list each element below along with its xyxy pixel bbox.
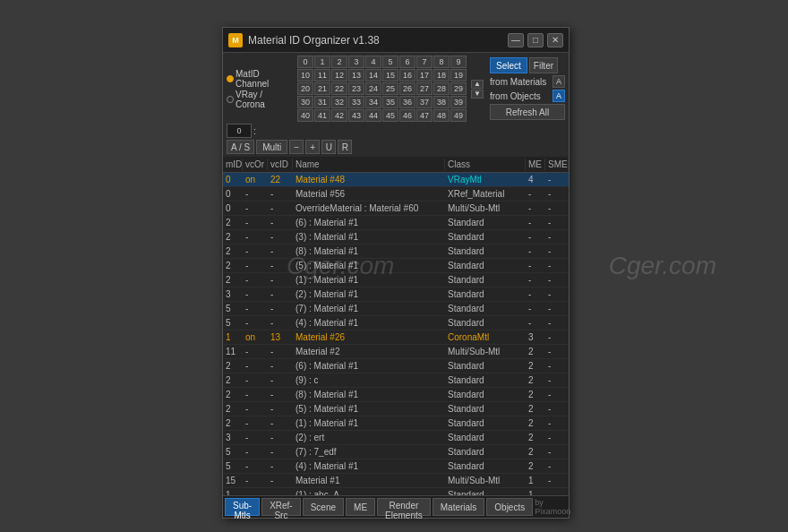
num-cell-39[interactable]: 39 [450,96,467,108]
num-cell-14[interactable]: 14 [365,69,381,82]
radio-vray[interactable]: VRay / Corona [227,90,291,109]
table-body[interactable]: 0 on 22 Material #48 VRayMtl 4 - 0 - - M… [223,173,569,495]
num-cell-18[interactable]: 18 [433,69,450,82]
num-cell-37[interactable]: 37 [416,96,433,108]
num-cell-9[interactable]: 9 [450,56,467,68]
from-objects-a[interactable]: A [552,90,565,102]
radio-matid[interactable]: MatID Channel [227,69,291,89]
from-materials-a[interactable]: A [552,75,565,88]
num-cell-46[interactable]: 46 [399,109,415,122]
table-row[interactable]: 5 - - (7) : Material #1 Standard - - [223,302,569,316]
table-row[interactable]: 0 on 22 Material #48 VRayMtl 4 - [223,173,569,187]
num-cell-29[interactable]: 29 [450,82,467,95]
scroll-down-arrow[interactable]: ▼ [471,90,484,99]
table-row[interactable]: 3 - - (2) : ert Standard 2 - [223,431,569,445]
num-cell-33[interactable]: 33 [348,96,364,108]
num-cell-27[interactable]: 27 [416,82,433,95]
num-cell-10[interactable]: 10 [297,69,313,82]
r-button[interactable]: R [338,140,352,154]
num-cell-32[interactable]: 32 [331,96,347,108]
table-row[interactable]: 0 - - Material #56 XRef_Material - - [223,187,569,202]
select-button[interactable]: Select [490,57,527,73]
table-row[interactable]: 15 - - Material #1 Multi/Sub-Mtl 1 - [223,474,569,488]
num-cell-36[interactable]: 36 [399,96,415,108]
num-cell-17[interactable]: 17 [416,69,433,82]
num-cell-22[interactable]: 22 [331,82,347,95]
num-cell-8[interactable]: 8 [433,56,450,68]
refresh-button[interactable]: Refresh All [490,104,565,120]
table-row[interactable]: 0 - - OverrideMaterial : Material #60 Mu… [223,202,569,216]
table-row[interactable]: 5 - - (7) : 7_edf Standard 2 - [223,445,569,459]
filter-button[interactable]: Filter [529,57,558,73]
table-row[interactable]: 2 - - (1) : Material #1 Standard - - [223,273,569,287]
num-cell-48[interactable]: 48 [433,109,450,122]
restore-button[interactable]: □ [527,33,544,47]
table-row[interactable]: 2 - - (5) : Material #1 Standard 2 - [223,402,569,416]
num-cell-24[interactable]: 24 [365,82,381,95]
table-row[interactable]: 2 - - (8) : Material #1 Standard - - [223,245,569,259]
tab-objects[interactable]: Objects [486,498,533,516]
table-row[interactable]: 11 - - Material #2 Multi/Sub-Mtl 2 - [223,345,569,359]
tab-xref-src[interactable]: XRef-Src [261,498,301,516]
tab-scene[interactable]: Scene [303,498,344,516]
num-cell-23[interactable]: 23 [348,82,364,95]
num-cell-3[interactable]: 3 [348,56,364,68]
table-row[interactable]: 2 - - (8) : Material #1 Standard 2 - [223,388,569,402]
num-cell-34[interactable]: 34 [365,96,381,108]
num-cell-42[interactable]: 42 [331,109,347,122]
tab-sub-mtls[interactable]: Sub-Mtls [225,498,260,516]
tab-materials[interactable]: Materials [433,498,485,516]
num-cell-11[interactable]: 11 [314,69,330,82]
num-cell-1[interactable]: 1 [314,56,330,68]
minus-button[interactable]: − [289,140,304,154]
table-row[interactable]: 5 - - (4) : Material #1 Standard - - [223,316,569,330]
u-button[interactable]: U [321,140,336,154]
table-row[interactable]: 3 - - (2) : Material #1 Standard - - [223,287,569,302]
num-cell-2[interactable]: 2 [331,56,347,68]
table-row[interactable]: 2 - - (3) : Material #1 Standard - - [223,230,569,245]
table-row[interactable]: 1 - - (1) : abc_A Standard 1 - [223,488,569,495]
num-cell-4[interactable]: 4 [365,56,381,68]
tab-render-elements[interactable]: Render Elements [377,498,431,516]
table-row[interactable]: 5 - - (4) : Material #1 Standard 2 - [223,459,569,474]
id-input[interactable] [227,124,252,138]
table-row[interactable]: 2 - - (6) : Material #1 Standard 2 - [223,359,569,373]
num-cell-30[interactable]: 30 [297,96,313,108]
scroll-up-arrow[interactable]: ▲ [471,80,484,89]
num-cell-45[interactable]: 45 [382,109,398,122]
num-cell-26[interactable]: 26 [399,82,415,95]
num-cell-31[interactable]: 31 [314,96,330,108]
num-cell-25[interactable]: 25 [382,82,398,95]
table-row[interactable]: 1 on 13 Material #26 CoronaMtl 3 - [223,330,569,345]
num-cell-43[interactable]: 43 [348,109,364,122]
minimize-button[interactable]: — [508,33,524,47]
table-row[interactable]: 2 - - (1) : Material #1 Standard 2 - [223,416,569,431]
num-cell-35[interactable]: 35 [382,96,398,108]
num-cell-16[interactable]: 16 [399,69,415,82]
num-cell-28[interactable]: 28 [433,82,450,95]
table-row[interactable]: 2 - - (5) : Material #1 Standard - - [223,259,569,273]
num-cell-13[interactable]: 13 [348,69,364,82]
num-cell-12[interactable]: 12 [331,69,347,82]
table-row[interactable]: 2 - - (6) : Material #1 Standard - - [223,216,569,230]
num-cell-40[interactable]: 40 [297,109,313,122]
num-cell-5[interactable]: 5 [382,56,398,68]
num-cell-44[interactable]: 44 [365,109,381,122]
num-cell-47[interactable]: 47 [416,109,433,122]
num-cell-20[interactable]: 20 [297,82,313,95]
plus-button[interactable]: + [305,140,320,154]
num-cell-21[interactable]: 21 [314,82,330,95]
num-cell-7[interactable]: 7 [416,56,433,68]
as-button[interactable]: A / S [227,140,254,154]
tab-me[interactable]: ME [346,498,375,516]
num-cell-6[interactable]: 6 [399,56,415,68]
num-cell-19[interactable]: 19 [450,69,467,82]
num-cell-49[interactable]: 49 [450,109,467,122]
num-cell-41[interactable]: 41 [314,109,330,122]
num-cell-0[interactable]: 0 [297,56,313,68]
table-row[interactable]: 2 - - (9) : c Standard 2 - [223,373,569,388]
num-cell-15[interactable]: 15 [382,69,398,82]
multi-button[interactable]: Multi [256,140,287,154]
close-button[interactable]: ✕ [547,33,563,47]
num-cell-38[interactable]: 38 [433,96,450,108]
